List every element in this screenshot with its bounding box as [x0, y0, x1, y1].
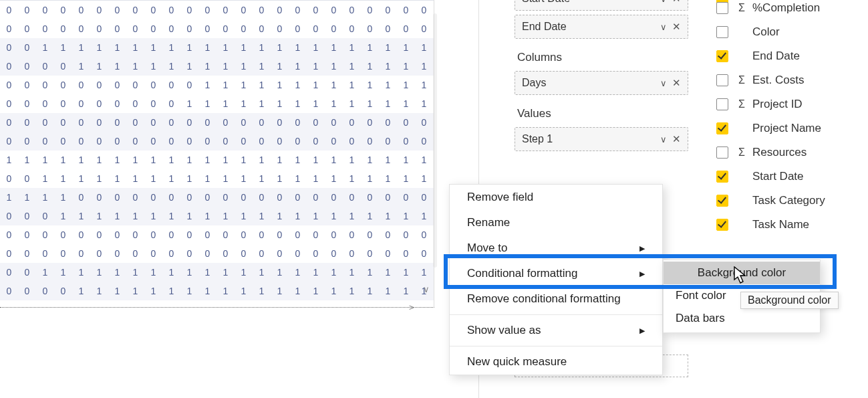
matrix-cell[interactable]: 0: [36, 225, 54, 244]
matrix-cell[interactable]: 0: [307, 132, 325, 151]
ctx-conditional-formatting[interactable]: Conditional formatting ▶: [450, 261, 662, 286]
matrix-cell[interactable]: 0: [325, 244, 343, 263]
matrix-cell[interactable]: 0: [72, 19, 90, 38]
matrix-cell[interactable]: 1: [307, 207, 325, 225]
matrix-cell[interactable]: 0: [54, 113, 72, 132]
matrix-cell[interactable]: 1: [415, 207, 433, 225]
matrix-cell[interactable]: 1: [289, 76, 307, 94]
matrix-cell[interactable]: 0: [162, 76, 180, 94]
matrix-cell[interactable]: 1: [36, 38, 54, 57]
matrix-cell[interactable]: 0: [307, 225, 325, 244]
matrix-cell[interactable]: 0: [343, 1, 361, 19]
matrix-cell[interactable]: 0: [0, 38, 18, 57]
matrix-cell[interactable]: 1: [216, 282, 235, 300]
matrix-cell[interactable]: 0: [271, 19, 289, 38]
columns-field-days[interactable]: Days ∨ ✕: [515, 71, 688, 95]
matrix-cell[interactable]: 0: [0, 19, 18, 38]
matrix-cell[interactable]: 0: [108, 244, 126, 263]
matrix-cell[interactable]: 0: [235, 225, 253, 244]
matrix-cell[interactable]: 1: [235, 207, 253, 225]
matrix-cell[interactable]: 0: [18, 113, 36, 132]
matrix-cell[interactable]: 1: [126, 207, 144, 225]
matrix-cell[interactable]: 0: [289, 1, 307, 19]
field-checkbox[interactable]: [716, 98, 728, 110]
matrix-cell[interactable]: 0: [180, 225, 198, 244]
matrix-cell[interactable]: 0: [108, 19, 126, 38]
matrix-cell[interactable]: 0: [180, 1, 198, 19]
matrix-cell[interactable]: 1: [180, 207, 198, 225]
ctx-remove-field[interactable]: Remove field: [450, 185, 662, 210]
matrix-cell[interactable]: 1: [379, 76, 397, 94]
matrix-cell[interactable]: 0: [72, 225, 90, 244]
matrix-cell[interactable]: 1: [253, 263, 271, 282]
matrix-cell[interactable]: 1: [379, 263, 397, 282]
matrix-cell[interactable]: 0: [144, 244, 162, 263]
matrix-cell[interactable]: 1: [271, 263, 289, 282]
field-row[interactable]: Color: [716, 20, 863, 44]
matrix-cell[interactable]: 1: [108, 57, 126, 76]
matrix-cell[interactable]: 0: [289, 132, 307, 151]
sub-data-bars[interactable]: Data bars: [664, 307, 820, 330]
matrix-cell[interactable]: 1: [289, 151, 307, 169]
matrix-cell[interactable]: 0: [36, 244, 54, 263]
matrix-cell[interactable]: 1: [343, 282, 361, 300]
matrix-cell[interactable]: 1: [361, 169, 379, 188]
matrix-cell[interactable]: 0: [415, 113, 433, 132]
matrix-cell[interactable]: 1: [126, 38, 144, 57]
matrix-cell[interactable]: 0: [289, 188, 307, 207]
matrix-cell[interactable]: 1: [126, 263, 144, 282]
matrix-cell[interactable]: 1: [162, 207, 180, 225]
matrix-cell[interactable]: 1: [198, 76, 216, 94]
matrix-cell[interactable]: 0: [198, 19, 216, 38]
matrix-cell[interactable]: 1: [307, 76, 325, 94]
matrix-cell[interactable]: 0: [307, 244, 325, 263]
matrix-cell[interactable]: 1: [36, 263, 54, 282]
matrix-cell[interactable]: 0: [18, 76, 36, 94]
matrix-cell[interactable]: 1: [307, 169, 325, 188]
matrix-cell[interactable]: 0: [343, 188, 361, 207]
matrix-cell[interactable]: 1: [18, 188, 36, 207]
matrix-cell[interactable]: 1: [235, 282, 253, 300]
matrix-cell[interactable]: 0: [0, 1, 18, 19]
field-row[interactable]: Project Name: [716, 116, 863, 140]
matrix-cell[interactable]: 1: [325, 38, 343, 57]
matrix-cell[interactable]: 0: [253, 132, 271, 151]
matrix-cell[interactable]: 0: [126, 113, 144, 132]
matrix-cell[interactable]: 1: [397, 76, 415, 94]
matrix-cell[interactable]: 0: [379, 244, 397, 263]
matrix-cell[interactable]: 0: [18, 282, 36, 300]
matrix-cell[interactable]: 0: [0, 94, 18, 113]
matrix-cell[interactable]: 1: [289, 57, 307, 76]
matrix-cell[interactable]: 1: [235, 263, 253, 282]
matrix-cell[interactable]: 0: [216, 225, 235, 244]
matrix-cell[interactable]: 1: [144, 282, 162, 300]
matrix-cell[interactable]: 1: [54, 188, 72, 207]
matrix-cell[interactable]: 1: [216, 94, 235, 113]
matrix-cell[interactable]: 0: [0, 263, 18, 282]
matrix-cell[interactable]: 1: [235, 169, 253, 188]
field-row[interactable]: End Date: [716, 44, 863, 68]
matrix-cell[interactable]: 1: [307, 151, 325, 169]
matrix-cell[interactable]: 0: [162, 188, 180, 207]
matrix-cell[interactable]: 0: [36, 76, 54, 94]
matrix-cell[interactable]: 1: [180, 57, 198, 76]
matrix-cell[interactable]: 1: [90, 207, 108, 225]
matrix-cell[interactable]: 0: [198, 225, 216, 244]
matrix-cell[interactable]: 1: [235, 94, 253, 113]
matrix-cell[interactable]: 0: [54, 132, 72, 151]
matrix-cell[interactable]: 0: [361, 19, 379, 38]
remove-icon[interactable]: ✕: [672, 0, 681, 5]
matrix-cell[interactable]: 0: [18, 132, 36, 151]
matrix-cell[interactable]: 1: [325, 94, 343, 113]
matrix-cell[interactable]: 1: [379, 151, 397, 169]
matrix-cell[interactable]: 1: [72, 207, 90, 225]
matrix-cell[interactable]: 1: [90, 151, 108, 169]
matrix-cell[interactable]: 0: [54, 76, 72, 94]
matrix-cell[interactable]: 1: [253, 169, 271, 188]
field-row[interactable]: ΣResources: [716, 140, 863, 165]
ctx-remove-conditional-formatting[interactable]: Remove conditional formatting: [450, 286, 662, 312]
matrix-cell[interactable]: 0: [0, 225, 18, 244]
field-checkbox[interactable]: [716, 195, 728, 207]
matrix-cell[interactable]: 1: [361, 207, 379, 225]
matrix-cell[interactable]: 0: [235, 244, 253, 263]
